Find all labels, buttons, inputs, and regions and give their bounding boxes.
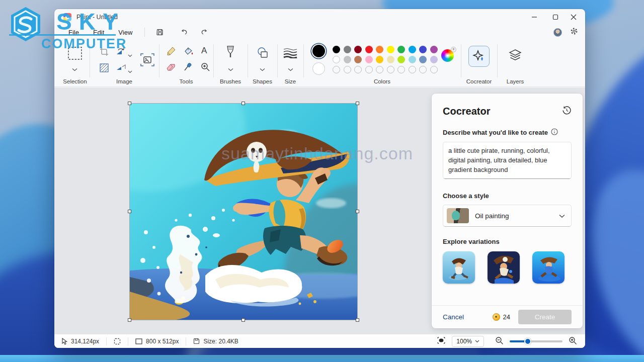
- flip-icon[interactable]: [116, 63, 126, 74]
- history-icon[interactable]: [562, 106, 572, 117]
- zoom-slider-thumb[interactable]: [524, 338, 531, 345]
- color-swatch-empty[interactable]: [419, 66, 427, 73]
- color-swatch[interactable]: [354, 56, 362, 63]
- group-cocreator: Cocreator: [461, 39, 497, 87]
- color-swatch[interactable]: [419, 56, 427, 63]
- line-size-icon[interactable]: [283, 47, 297, 60]
- color-swatch[interactable]: [397, 46, 405, 53]
- fill-bucket-icon[interactable]: [183, 46, 194, 58]
- color-swatch[interactable]: [409, 46, 416, 53]
- color-swatch[interactable]: [333, 56, 340, 63]
- color-swatch[interactable]: [365, 56, 373, 63]
- info-icon[interactable]: [551, 128, 558, 137]
- color-swatch-empty[interactable]: [387, 66, 394, 73]
- canvas-image[interactable]: [130, 104, 357, 320]
- layers-icon[interactable]: [508, 48, 522, 64]
- resize-handle[interactable]: [356, 210, 359, 213]
- zoom-out-icon[interactable]: [495, 336, 504, 346]
- group-label: Image: [90, 78, 159, 84]
- resize-handle[interactable]: [128, 102, 131, 105]
- resize-handle[interactable]: [356, 318, 359, 322]
- style-dropdown[interactable]: Oil painting: [443, 205, 572, 227]
- chevron-down-icon: [559, 211, 565, 220]
- resize-handle[interactable]: [356, 102, 359, 105]
- edit-colors-icon[interactable]: +: [441, 49, 454, 62]
- color-swatch[interactable]: [354, 46, 362, 53]
- cocreator-panel: Cocreator Describe what you'd like to cr…: [432, 94, 583, 328]
- resize-handle[interactable]: [128, 318, 131, 322]
- variation-thumbnail-1[interactable]: [443, 251, 475, 284]
- variations-label: Explore variations: [443, 238, 572, 245]
- eraser-icon[interactable]: [166, 62, 176, 73]
- group-label: Shapes: [248, 78, 277, 84]
- cursor-position: 314,124px: [54, 338, 106, 345]
- pencil-icon[interactable]: [166, 46, 176, 58]
- style-value: Oil painting: [475, 212, 553, 220]
- resize-handle[interactable]: [128, 210, 131, 213]
- color-swatch[interactable]: [344, 46, 351, 53]
- group-brushes: Brushes: [213, 39, 248, 87]
- titlebar: Paint - Untitled: [54, 9, 585, 25]
- chevron-down-icon[interactable]: [288, 64, 293, 73]
- chevron-down-icon[interactable]: [260, 64, 265, 73]
- zoom-slider[interactable]: [510, 340, 562, 342]
- group-label: Layers: [497, 78, 533, 84]
- color-swatch[interactable]: [333, 46, 340, 53]
- cancel-button[interactable]: Cancel: [443, 313, 464, 321]
- plus-icon: +: [451, 47, 456, 52]
- resize-handle[interactable]: [242, 318, 245, 322]
- undo-icon[interactable]: [174, 27, 194, 38]
- zoom-level-dropdown[interactable]: 100%: [452, 336, 484, 347]
- color-swatch[interactable]: [409, 56, 416, 63]
- color-swatch[interactable]: [430, 46, 438, 53]
- group-colors: + Colors: [303, 39, 461, 87]
- settings-gear-icon[interactable]: [570, 27, 578, 37]
- group-layers: Layers: [497, 39, 533, 87]
- prompt-input[interactable]: a little cute pirate, running, colorful,…: [443, 142, 572, 179]
- color-swatch-empty[interactable]: [344, 66, 351, 73]
- color-swatch-empty[interactable]: [333, 66, 340, 73]
- brush-icon[interactable]: [225, 45, 236, 61]
- chevron-down-icon[interactable]: [128, 66, 132, 75]
- color-swatch[interactable]: [397, 56, 405, 63]
- color-swatch-empty[interactable]: [354, 66, 362, 73]
- shapes-icon[interactable]: [256, 46, 269, 61]
- color-swatch[interactable]: [419, 46, 427, 53]
- color-swatch[interactable]: [344, 56, 351, 63]
- close-button[interactable]: [569, 13, 578, 22]
- magic-select-icon[interactable]: [100, 63, 109, 74]
- color-swatch[interactable]: [376, 46, 383, 53]
- color-swatch-empty[interactable]: [376, 66, 383, 73]
- chevron-down-icon[interactable]: [228, 64, 233, 73]
- variation-thumbnail-2[interactable]: [488, 251, 520, 284]
- resize-image-icon[interactable]: [140, 52, 155, 69]
- color-swatch-empty[interactable]: [430, 66, 438, 73]
- color-swatch-empty[interactable]: [409, 66, 416, 73]
- color-swatch-empty[interactable]: [365, 66, 373, 73]
- maximize-button[interactable]: [551, 13, 560, 22]
- magnifier-icon[interactable]: [200, 62, 210, 74]
- color-swatch[interactable]: [387, 46, 394, 53]
- variation-thumbnail-3[interactable]: [532, 251, 565, 284]
- group-label: Selection: [60, 78, 90, 84]
- secondary-color-swatch[interactable]: [312, 62, 325, 75]
- color-swatch[interactable]: [430, 56, 438, 63]
- minimize-button[interactable]: [530, 13, 539, 22]
- color-swatch[interactable]: [387, 56, 394, 63]
- chevron-down-icon[interactable]: [128, 50, 132, 59]
- cocreator-button[interactable]: [468, 46, 490, 67]
- account-avatar[interactable]: [553, 28, 562, 37]
- color-swatch[interactable]: [365, 46, 373, 53]
- chevron-down-icon[interactable]: [72, 64, 77, 73]
- fit-to-screen-icon[interactable]: [437, 336, 446, 346]
- text-tool-icon[interactable]: A: [201, 46, 207, 56]
- primary-color-swatch[interactable]: [312, 45, 325, 57]
- color-swatch[interactable]: [376, 56, 383, 63]
- save-icon[interactable]: [150, 27, 170, 38]
- color-swatch-empty[interactable]: [397, 66, 405, 73]
- resize-handle[interactable]: [242, 102, 245, 105]
- eyedropper-icon[interactable]: [183, 62, 193, 74]
- redo-icon[interactable]: [194, 27, 214, 38]
- create-button[interactable]: Create: [518, 310, 572, 324]
- zoom-in-icon[interactable]: [569, 336, 577, 346]
